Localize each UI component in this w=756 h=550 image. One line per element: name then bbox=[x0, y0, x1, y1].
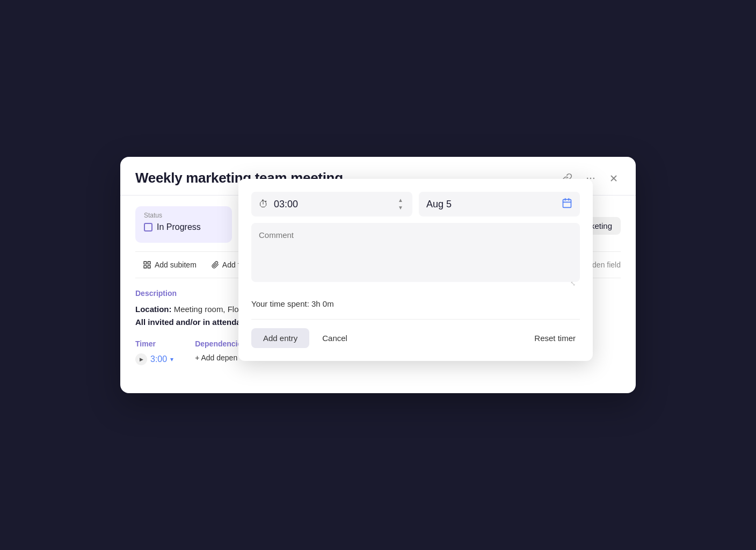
timer-section-label: Timer bbox=[135, 339, 173, 348]
svg-point-2 bbox=[593, 177, 595, 179]
timer-value: 3:00 bbox=[150, 354, 167, 364]
clock-icon: ⏱ bbox=[259, 199, 268, 210]
timer-play-button[interactable]: ▶ bbox=[135, 353, 147, 365]
date-value: Aug 5 bbox=[426, 199, 556, 210]
add-subitem-button[interactable]: Add subitem bbox=[135, 257, 204, 272]
comment-textarea[interactable] bbox=[251, 223, 580, 282]
main-modal: Weekly marketing team meeting bbox=[120, 157, 636, 393]
cancel-button[interactable]: Cancel bbox=[318, 328, 352, 348]
time-spent-text: Your time spent: 3h 0m bbox=[251, 299, 580, 308]
status-value: In Progress bbox=[144, 222, 223, 232]
timer-section: Timer ▶ 3:00 ▾ bbox=[135, 339, 173, 365]
resize-icon: ⤡ bbox=[570, 280, 576, 287]
time-input-value: 03:00 bbox=[274, 199, 391, 210]
svg-point-1 bbox=[590, 177, 592, 179]
add-entry-button[interactable]: Add entry bbox=[251, 328, 309, 348]
timer-display: ▶ 3:00 ▾ bbox=[135, 353, 173, 365]
popup-footer: Add entry Cancel Reset timer bbox=[251, 319, 580, 348]
svg-rect-8 bbox=[144, 265, 147, 268]
reset-timer-button[interactable]: Reset timer bbox=[530, 328, 580, 348]
close-button[interactable] bbox=[607, 171, 621, 185]
stepper-down-button[interactable]: ▼ bbox=[396, 205, 405, 211]
stepper-up-button[interactable]: ▲ bbox=[396, 197, 405, 204]
svg-rect-7 bbox=[148, 265, 150, 268]
comment-wrapper: ⤡ bbox=[251, 223, 580, 292]
time-input-box[interactable]: ⏱ 03:00 ▲ ▼ bbox=[251, 192, 412, 216]
svg-rect-6 bbox=[148, 262, 150, 264]
status-field[interactable]: Status In Progress bbox=[135, 206, 232, 243]
calendar-icon bbox=[562, 198, 572, 211]
time-stepper[interactable]: ▲ ▼ bbox=[396, 197, 405, 211]
popup-row1: ⏱ 03:00 ▲ ▼ Aug 5 bbox=[251, 192, 580, 216]
timer-chevron-icon[interactable]: ▾ bbox=[170, 356, 173, 363]
svg-rect-5 bbox=[144, 262, 147, 264]
add-dependency-button[interactable]: + Add depen bbox=[195, 353, 237, 362]
timer-popup: ⏱ 03:00 ▲ ▼ Aug 5 bbox=[238, 179, 593, 361]
date-input-box[interactable]: Aug 5 bbox=[419, 192, 580, 216]
status-label: Status bbox=[144, 212, 223, 219]
svg-rect-10 bbox=[563, 199, 571, 207]
status-checkbox[interactable] bbox=[144, 223, 152, 231]
